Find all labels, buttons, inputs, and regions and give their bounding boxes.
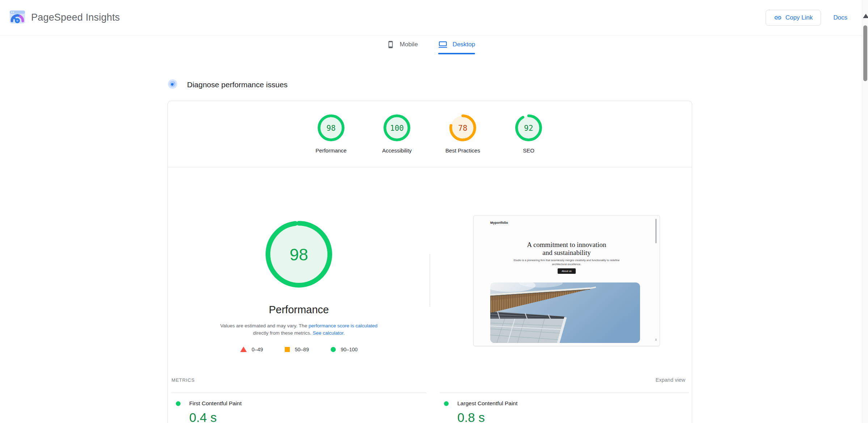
score-row-divider [168, 167, 692, 167]
scrollbar-thumb[interactable] [863, 25, 867, 81]
device-tabs: Mobile Desktop [0, 41, 862, 54]
site-preview-thumbnail[interactable]: Myportfolio A commitment to innovation a… [473, 215, 660, 346]
score-gauge-svg: 92 [515, 114, 542, 142]
preview-headline: A commitment to innovation and sustainab… [474, 241, 660, 257]
scrollbar-up-arrow-icon[interactable] [863, 14, 868, 18]
pagespeed-logo-icon [9, 10, 25, 26]
metric-pass-dot-icon [444, 401, 449, 406]
legend-range: 0–49 [252, 347, 263, 352]
metric-pass-dot-icon [176, 401, 181, 406]
performance-panel: 98 Performance Values are estimated and … [168, 221, 430, 352]
score-calc-link[interactable]: performance score is calculated [309, 323, 378, 328]
tab-mobile-underline [387, 53, 418, 54]
tab-desktop[interactable]: Desktop [438, 41, 475, 54]
legend-item-triangle: 0–49 [240, 347, 263, 352]
metrics-header-row: METRICS Expand view [172, 377, 685, 383]
score-gauge-svg: 100 [383, 114, 411, 142]
metric-value: 0.4 s [189, 410, 427, 423]
legend-triangle-icon [240, 347, 247, 352]
see-calculator-link[interactable]: See calculator. [313, 330, 345, 336]
performance-score-gauge[interactable]: 98 [265, 221, 333, 289]
preview-architecture-image [490, 282, 640, 343]
tab-mobile-label: Mobile [400, 41, 418, 48]
svg-text:100: 100 [390, 124, 404, 133]
performance-title: Performance [269, 304, 329, 316]
legend-range: 50–89 [295, 347, 309, 352]
metric-first-contentful-paint: First Contentful Paint0.4 s [172, 393, 427, 423]
svg-text:98: 98 [289, 245, 308, 264]
score-gauge-label: Accessibility [382, 147, 412, 154]
desktop-computer-icon [438, 41, 448, 49]
preview-scrollbar-end [655, 339, 657, 341]
score-gauge-label: SEO [523, 147, 534, 154]
vertical-divider [429, 254, 430, 307]
tab-mobile[interactable]: Mobile [387, 41, 418, 54]
expand-view-button[interactable]: Expand view [656, 377, 685, 383]
score-gauge-svg: 78 [449, 114, 477, 142]
score-summary-row: 98Performance100Accessibility78Best Prac… [168, 114, 692, 154]
preview-site-name: Myportfolio [490, 221, 508, 225]
copy-link-label: Copy Link [786, 14, 813, 21]
preview-body-text: Etudio is a pioneering firm that seamles… [507, 259, 626, 267]
app-header: PageSpeed Insights Copy Link Docs [0, 0, 862, 35]
preview-about-button: About us [558, 268, 576, 274]
pagespeed-insights-page: PageSpeed Insights Copy Link Docs Mobile [0, 0, 868, 423]
section-head: Diagnose performance issues [168, 79, 288, 91]
svg-text:98: 98 [326, 124, 335, 133]
report-card: 98Performance100Accessibility78Best Prac… [168, 101, 692, 423]
brand[interactable]: PageSpeed Insights [9, 10, 120, 26]
diagnose-compass-icon [168, 79, 178, 91]
metric-name: First Contentful Paint [189, 400, 242, 407]
score-gauge-label: Best Practices [445, 147, 480, 154]
docs-link[interactable]: Docs [833, 14, 847, 21]
desc-text: Values are estimated and may vary. The [220, 323, 309, 328]
score-gauge-best-practices[interactable]: 78Best Practices [430, 114, 496, 154]
score-gauge-svg: 98 [317, 114, 345, 142]
score-legend: 0–4950–8990–100 [240, 347, 358, 352]
desc-text-2: directly from these metrics. [253, 330, 313, 336]
svg-text:78: 78 [458, 124, 467, 133]
score-gauge-seo[interactable]: 92SEO [496, 114, 562, 154]
score-gauge-performance[interactable]: 98Performance [298, 114, 364, 154]
score-gauge-accessibility[interactable]: 100Accessibility [364, 114, 430, 154]
legend-item-circle: 90–100 [331, 347, 358, 352]
page-scrollbar[interactable] [862, 0, 868, 423]
legend-range: 90–100 [341, 347, 358, 352]
mobile-phone-icon [387, 41, 395, 49]
metric-name: Largest Contentful Paint [457, 400, 517, 407]
legend-item-square: 50–89 [285, 347, 309, 352]
metrics-columns: First Contentful Paint0.4 sLargest Conte… [172, 393, 689, 423]
performance-gauge-svg: 98 [265, 221, 333, 288]
copy-link-button[interactable]: Copy Link [766, 10, 821, 26]
header-actions: Copy Link Docs [766, 10, 847, 26]
tab-desktop-label: Desktop [453, 41, 475, 48]
score-gauge-label: Performance [316, 147, 347, 154]
tab-desktop-underline [438, 53, 475, 54]
legend-circle-icon [331, 347, 336, 352]
section-title: Diagnose performance issues [187, 80, 288, 89]
metric-largest-contentful-paint: Largest Contentful Paint0.8 s [440, 393, 689, 423]
link-icon [774, 14, 782, 22]
legend-square-icon [285, 347, 290, 352]
svg-text:92: 92 [524, 124, 533, 133]
performance-description: Values are estimated and may vary. The p… [212, 322, 386, 337]
app-title: PageSpeed Insights [31, 12, 120, 23]
metrics-heading: METRICS [172, 377, 195, 383]
preview-scrollbar-thumb[interactable] [655, 219, 657, 243]
metric-value: 0.8 s [457, 410, 689, 423]
